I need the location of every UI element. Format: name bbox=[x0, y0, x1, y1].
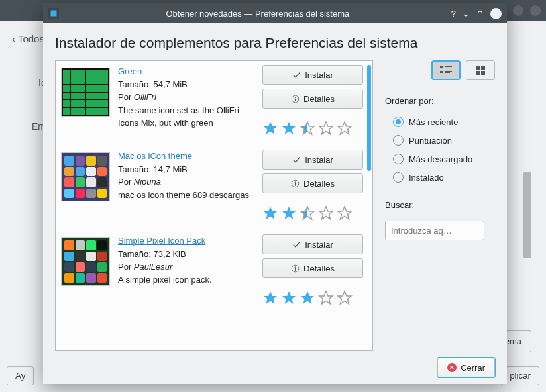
radio-icon bbox=[393, 135, 404, 146]
install-button[interactable]: Instalar bbox=[262, 65, 363, 85]
sort-option-installed[interactable]: Instalado bbox=[393, 172, 495, 183]
star-icon bbox=[337, 205, 353, 221]
app-icon bbox=[48, 8, 59, 19]
search-input[interactable] bbox=[385, 220, 484, 240]
svg-rect-11 bbox=[445, 66, 452, 67]
addon-description: A simple pixel icon pack. bbox=[118, 275, 212, 285]
addon-name-link[interactable]: Green bbox=[118, 66, 142, 76]
radio-icon bbox=[393, 172, 404, 183]
addon-name-link[interactable]: Simple Pixel Icon Pack bbox=[118, 236, 205, 246]
addon-thumbnail bbox=[61, 152, 110, 201]
svg-rect-16 bbox=[476, 66, 480, 70]
addon-size: Tamaño: 73,2 KiB bbox=[118, 249, 186, 259]
star-icon bbox=[318, 121, 334, 136]
bg-close-icon bbox=[530, 5, 541, 16]
star-icon bbox=[262, 121, 278, 136]
check-icon bbox=[292, 71, 301, 79]
svg-point-5 bbox=[295, 181, 296, 183]
svg-rect-10 bbox=[440, 66, 443, 68]
star-icon bbox=[318, 205, 334, 221]
addon-author: Nipuna bbox=[134, 177, 161, 187]
sort-option-downloads[interactable]: Más descargado bbox=[393, 154, 495, 164]
svg-rect-12 bbox=[445, 68, 450, 68]
svg-rect-19 bbox=[481, 71, 485, 75]
install-button[interactable]: Instalar bbox=[262, 234, 363, 254]
info-icon bbox=[291, 95, 300, 103]
star-icon bbox=[281, 205, 297, 221]
check-icon bbox=[292, 156, 301, 164]
check-icon bbox=[292, 240, 301, 249]
svg-rect-6 bbox=[295, 183, 296, 185]
addon-author: OlliFri bbox=[134, 92, 156, 102]
addon-list: Green Tamaño: 54,7 MiB Por OlliFri The s… bbox=[55, 60, 373, 351]
dialog-titlebar: Obtener novedades — Preferencias del sis… bbox=[43, 3, 507, 23]
addon-thumbnail bbox=[61, 237, 110, 286]
addon-item: Simple Pixel Icon Pack Tamaño: 73,2 KiB … bbox=[56, 230, 368, 315]
close-button[interactable]: ✕ Cerrar bbox=[437, 358, 495, 377]
bg-scrollbar bbox=[523, 172, 531, 258]
sort-option-recent[interactable]: Más reciente bbox=[393, 117, 495, 127]
star-icon bbox=[262, 290, 278, 306]
install-button[interactable]: Instalar bbox=[262, 150, 363, 170]
window-close-icon[interactable]: ✕ bbox=[490, 8, 502, 19]
svg-rect-15 bbox=[445, 72, 450, 73]
star-icon bbox=[300, 290, 315, 306]
minimize-icon[interactable]: ⌄ bbox=[463, 9, 470, 19]
addon-description: mac os icon theme 689 descargas bbox=[118, 190, 249, 200]
svg-rect-9 bbox=[295, 268, 296, 270]
rating-stars[interactable] bbox=[262, 290, 363, 306]
addon-author: PaulLesur bbox=[134, 262, 173, 271]
svg-rect-3 bbox=[295, 98, 296, 101]
list-view-toggle[interactable] bbox=[431, 60, 461, 80]
star-icon bbox=[337, 290, 353, 306]
bg-max-icon bbox=[513, 5, 523, 16]
controls-panel: Ordenar por: Más reciente Puntuación Más… bbox=[385, 60, 495, 351]
star-icon bbox=[337, 121, 353, 136]
bg-help-button: Ay bbox=[7, 366, 34, 385]
addon-item: Green Tamaño: 54,7 MiB Por OlliFri The s… bbox=[56, 61, 368, 146]
grid-view-icon bbox=[476, 66, 485, 75]
sort-radio-group: Más reciente Puntuación Más descargado I… bbox=[385, 117, 495, 183]
svg-rect-13 bbox=[440, 71, 443, 73]
star-icon bbox=[300, 121, 315, 136]
addon-description: The same icon set as the OlliFri Icons M… bbox=[118, 105, 239, 128]
addon-item: Mac os iCon theme Tamaño: 14,7 MiB Por N… bbox=[56, 146, 368, 230]
rating-stars[interactable] bbox=[262, 121, 363, 136]
addon-size: Tamaño: 14,7 MiB bbox=[118, 164, 188, 174]
star-icon bbox=[318, 290, 334, 306]
star-icon bbox=[281, 121, 297, 136]
sort-label: Ordenar por: bbox=[385, 96, 495, 106]
addon-size: Tamaño: 54,7 MiB bbox=[118, 79, 188, 89]
info-icon bbox=[291, 264, 300, 273]
info-icon bbox=[291, 179, 300, 188]
radio-icon bbox=[393, 154, 404, 164]
details-button[interactable]: Detalles bbox=[262, 173, 363, 193]
addon-name-link[interactable]: Mac os iCon theme bbox=[118, 151, 192, 161]
details-button[interactable]: Detalles bbox=[262, 89, 363, 109]
svg-point-8 bbox=[295, 266, 296, 268]
page-title: Instalador de complementos para Preferen… bbox=[55, 35, 495, 51]
svg-rect-14 bbox=[445, 71, 452, 72]
star-icon bbox=[300, 205, 315, 221]
maximize-icon[interactable]: ⌃ bbox=[476, 9, 484, 19]
dialog-title: Obtener novedades — Preferencias del sis… bbox=[64, 9, 451, 19]
rating-stars[interactable] bbox=[262, 205, 363, 221]
list-scrollbar[interactable] bbox=[367, 65, 371, 171]
svg-rect-17 bbox=[481, 66, 485, 70]
get-new-stuff-dialog: Obtener novedades — Preferencias del sis… bbox=[43, 3, 507, 384]
grid-view-toggle[interactable] bbox=[466, 60, 495, 80]
svg-rect-18 bbox=[476, 71, 480, 75]
star-icon bbox=[281, 290, 297, 306]
close-icon: ✕ bbox=[447, 363, 457, 372]
search-label: Buscar: bbox=[385, 200, 495, 210]
svg-rect-0 bbox=[51, 11, 57, 17]
sort-option-rating[interactable]: Puntuación bbox=[393, 135, 495, 146]
help-icon[interactable]: ? bbox=[451, 9, 456, 19]
star-icon bbox=[262, 205, 278, 221]
details-button[interactable]: Detalles bbox=[262, 258, 363, 278]
addon-thumbnail bbox=[61, 68, 110, 117]
bg-back-label: Todos bbox=[18, 33, 44, 44]
list-view-icon bbox=[440, 66, 452, 75]
svg-point-2 bbox=[295, 97, 296, 98]
radio-icon bbox=[393, 117, 404, 127]
